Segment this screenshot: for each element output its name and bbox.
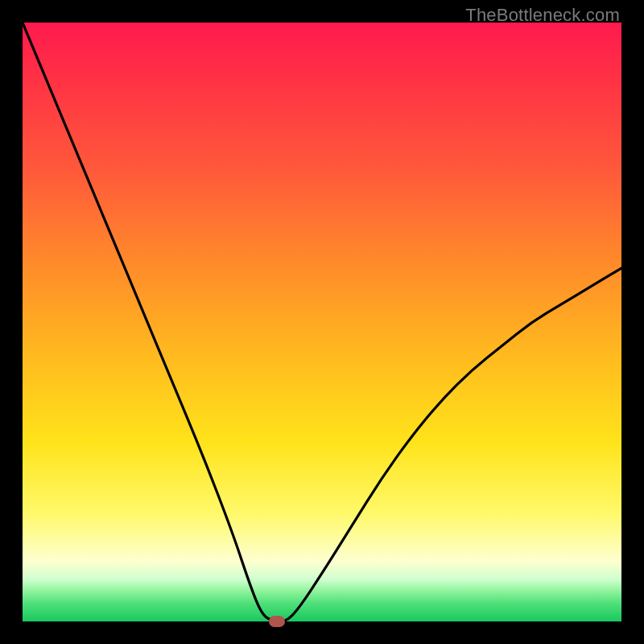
plot-area bbox=[23, 23, 621, 621]
optimal-marker bbox=[269, 616, 285, 627]
watermark-text: TheBottleneck.com bbox=[465, 5, 620, 26]
chart-frame: TheBottleneck.com bbox=[0, 0, 644, 644]
bottleneck-curve bbox=[23, 23, 621, 621]
